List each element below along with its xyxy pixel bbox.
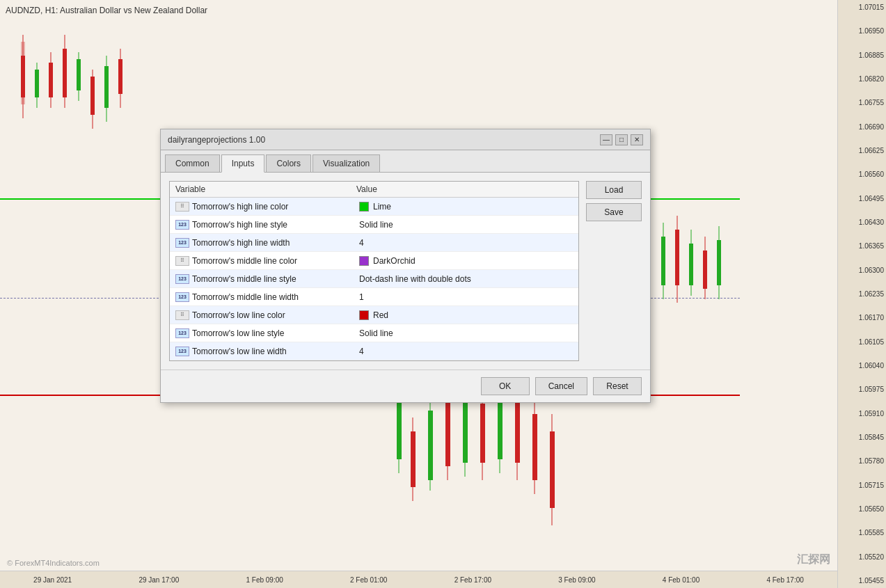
time-label: 29 Jan 17:00 — [139, 576, 179, 584]
price-tick: 1.05780 — [840, 457, 884, 465]
row-value: Lime — [359, 202, 573, 212]
side-buttons: Load Save — [586, 181, 642, 361]
dialog-footer: OK Cancel Reset — [161, 370, 650, 402]
color-icon: ⠿ — [175, 256, 189, 266]
cancel-button[interactable]: Cancel — [535, 377, 587, 395]
tab-inputs[interactable]: Inputs — [221, 154, 265, 173]
variable-name: Tomorrow's middle line width — [192, 292, 359, 302]
variable-name: Tomorrow's high line style — [192, 220, 359, 230]
row-value: Solid line — [359, 220, 573, 230]
table-row[interactable]: 123 Tomorrow's middle line style Dot-das… — [170, 270, 578, 288]
color-icon: ⠿ — [175, 202, 189, 212]
table-row[interactable]: ⠿ Tomorrow's low line color Red — [170, 306, 578, 324]
table-row[interactable]: 123 Tomorrow's middle line width 1 — [170, 288, 578, 306]
time-label: 2 Feb 01:00 — [350, 576, 387, 584]
dialog-tabs: Common Inputs Colors Visualization — [161, 150, 650, 173]
value-text: Dot-dash line with double dots — [359, 274, 471, 284]
color-swatch — [359, 256, 369, 266]
col-variable-header: Variable — [175, 184, 356, 194]
numeric-icon: 123 — [175, 238, 189, 248]
row-value: 4 — [359, 238, 573, 248]
color-swatch — [359, 202, 369, 212]
table-row[interactable]: ⠿ Tomorrow's high line color Lime — [170, 198, 578, 216]
value-text: Solid line — [359, 328, 393, 338]
maximize-button[interactable]: □ — [615, 134, 628, 145]
price-tick: 1.06755 — [840, 99, 884, 106]
price-axis: 1.07015 1.06950 1.06885 1.06820 1.06755 … — [837, 0, 886, 588]
color-icon: ⠿ — [175, 310, 189, 320]
dialog-titlebar: dailyrangeprojections 1.00 — □ ✕ — [161, 129, 650, 150]
load-button[interactable]: Load — [586, 181, 642, 199]
numeric-icon: 123 — [175, 274, 189, 284]
variable-name: Tomorrow's low line style — [192, 328, 359, 338]
reset-button[interactable]: Reset — [593, 377, 642, 395]
price-tick: 1.06495 — [840, 195, 884, 202]
dialog-controls: — □ ✕ — [600, 134, 643, 145]
table-row[interactable]: 123 Tomorrow's low line width 4 — [170, 342, 578, 360]
close-button[interactable]: ✕ — [631, 134, 643, 145]
table-row[interactable]: 123 Tomorrow's low line style Solid line — [170, 324, 578, 342]
variable-name: Tomorrow's high line width — [192, 238, 359, 248]
price-tick: 1.06235 — [840, 290, 884, 298]
price-tick: 1.05715 — [840, 482, 884, 489]
watermark-left: © ForexMT4Indicators.com — [7, 559, 100, 567]
price-tick: 1.06625 — [840, 147, 884, 154]
row-value: Solid line — [359, 328, 573, 338]
price-tick: 1.05845 — [840, 434, 884, 441]
price-tick: 1.06170 — [840, 314, 884, 321]
row-value: Red — [359, 310, 573, 320]
price-tick: 1.07015 — [840, 3, 884, 11]
price-tick: 1.06105 — [840, 338, 884, 346]
price-tick: 1.06365 — [840, 242, 884, 250]
col-value-header: Value — [356, 184, 573, 194]
numeric-icon: 123 — [175, 328, 189, 338]
value-text: Solid line — [359, 220, 393, 230]
price-tick: 1.05910 — [840, 410, 884, 418]
tab-colors[interactable]: Colors — [266, 154, 311, 172]
variable-name: Tomorrow's low line width — [192, 347, 359, 356]
time-label: 4 Feb 01:00 — [663, 576, 699, 584]
value-text: 4 — [359, 347, 364, 356]
price-tick: 1.06690 — [840, 123, 884, 131]
tab-visualization[interactable]: Visualization — [313, 154, 380, 172]
dialog-content: Variable Value ⠿ Tomorrow's high line co… — [161, 173, 650, 370]
time-label: 29 Jan 2021 — [33, 576, 72, 584]
variable-name: Tomorrow's low line color — [192, 310, 359, 320]
price-tick: 1.06040 — [840, 362, 884, 370]
price-tick: 1.05585 — [840, 529, 884, 537]
price-tick: 1.06430 — [840, 218, 884, 226]
save-button[interactable]: Save — [586, 203, 642, 221]
color-swatch — [359, 310, 369, 320]
value-text: 4 — [359, 238, 364, 248]
time-label: 4 Feb 17:00 — [766, 576, 803, 584]
row-value: Dot-dash line with double dots — [359, 274, 573, 284]
time-label: 3 Feb 09:00 — [558, 576, 595, 584]
time-axis: 29 Jan 2021 29 Jan 17:00 1 Feb 09:00 2 F… — [0, 571, 837, 588]
minimize-button[interactable]: — — [600, 134, 612, 145]
ok-button[interactable]: OK — [481, 377, 530, 395]
price-tick: 1.05650 — [840, 505, 884, 513]
price-tick: 1.05520 — [840, 553, 884, 561]
table-header: Variable Value — [170, 182, 578, 198]
table-row[interactable]: ⠿ Tomorrow's middle line color DarkOrchi… — [170, 252, 578, 270]
table-row[interactable]: 123 Tomorrow's high line width 4 — [170, 234, 578, 252]
numeric-icon: 123 — [175, 220, 189, 230]
variable-name: Tomorrow's middle line style — [192, 274, 359, 284]
dialog-title: dailyrangeprojections 1.00 — [168, 135, 265, 145]
value-text: DarkOrchid — [373, 256, 416, 266]
watermark-right: 汇探网 — [797, 553, 830, 567]
price-tick: 1.06950 — [840, 27, 884, 35]
variable-name: Tomorrow's high line color — [192, 202, 359, 212]
time-label: 2 Feb 17:00 — [454, 576, 491, 584]
variable-name: Tomorrow's middle line color — [192, 256, 359, 266]
numeric-icon: 123 — [175, 292, 189, 302]
price-tick: 1.06820 — [840, 75, 884, 83]
price-tick: 1.06560 — [840, 170, 884, 178]
dialog: dailyrangeprojections 1.00 — □ ✕ Common … — [160, 129, 651, 403]
value-text: Lime — [373, 202, 391, 212]
value-text: 1 — [359, 292, 364, 302]
price-tick: 1.05975 — [840, 386, 884, 393]
tab-common[interactable]: Common — [165, 154, 220, 172]
row-value: 1 — [359, 292, 573, 302]
table-row[interactable]: 123 Tomorrow's high line style Solid lin… — [170, 216, 578, 234]
